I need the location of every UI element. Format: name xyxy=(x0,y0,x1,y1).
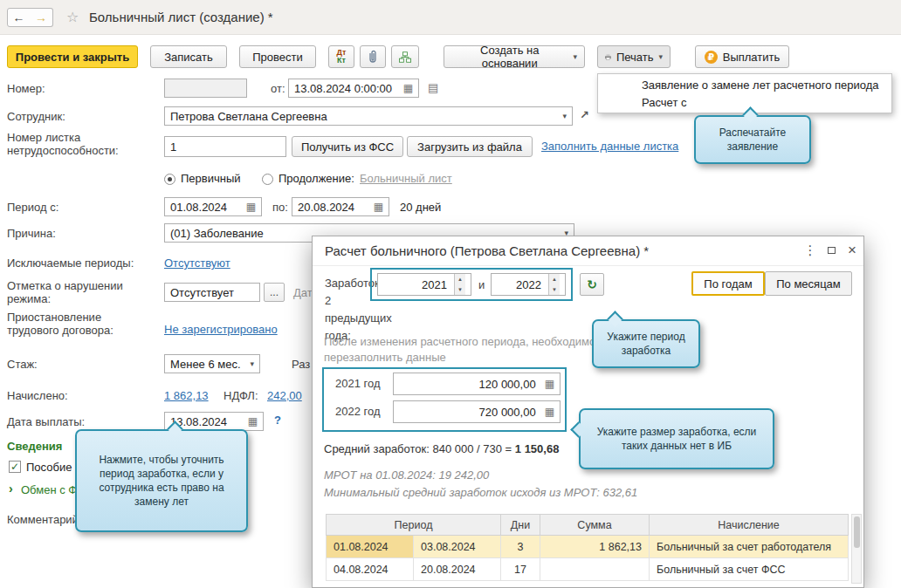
cell-accrual[interactable]: Больничный за счет ФСС xyxy=(650,558,849,581)
scrollbar-track[interactable] xyxy=(851,514,862,584)
post-and-close-label: Провести и закрыть xyxy=(16,51,129,64)
menu-item-calculation[interactable]: Расчет с xyxy=(598,94,891,112)
cell-period-to[interactable]: 03.08.2024 xyxy=(414,536,501,558)
calendar-icon[interactable]: ▦ xyxy=(243,202,256,212)
by-years-label: По годам xyxy=(704,277,752,291)
number-input[interactable] xyxy=(164,79,247,98)
table-header-row: Период Дни Сумма Начисление xyxy=(327,515,849,536)
year-to-spinner[interactable]: 2022 ▲▼ xyxy=(491,273,566,296)
more-button[interactable]: ⋮ xyxy=(801,242,819,259)
benefit-checkbox[interactable]: ✓ xyxy=(9,461,21,473)
get-from-fss-button[interactable]: Получить из ФСС xyxy=(292,136,403,157)
write-button[interactable]: Записать xyxy=(150,45,227,68)
close-button[interactable]: × xyxy=(843,242,861,259)
column-header-period[interactable]: Период xyxy=(327,515,501,536)
spin-down-icon[interactable]: ▼ xyxy=(549,284,560,295)
related-documents-button[interactable] xyxy=(391,45,419,68)
printer-icon xyxy=(605,51,611,63)
mrot-text-2: Минимальный средний заработок исходя из … xyxy=(324,486,637,499)
dt-kt-button[interactable]: Дт Кт xyxy=(328,45,354,68)
cell-period-to[interactable]: 20.08.2024 xyxy=(414,558,501,581)
sick-list-link[interactable]: Больничный лист xyxy=(360,172,452,185)
benefit-label[interactable]: Пособие xyxy=(26,461,72,474)
ndfl-link[interactable]: 242,00 xyxy=(267,389,302,402)
doc-date-input[interactable]: 13.08.2024 0:00:00 ▦ xyxy=(288,79,419,98)
reason-label: Причина: xyxy=(7,227,56,240)
earnings-2021-input[interactable]: 120 000,00 ▦ xyxy=(393,373,561,395)
violation-select[interactable]: Отсутствует xyxy=(164,283,260,302)
spin-up-icon[interactable]: ▲ xyxy=(549,274,560,284)
and-label: и xyxy=(478,278,485,291)
load-from-file-button[interactable]: Загрузить из файла xyxy=(407,136,533,157)
calendar-icon[interactable]: ▦ xyxy=(244,416,258,427)
primary-radio-label[interactable]: Первичный xyxy=(181,172,241,185)
column-header-accrual[interactable]: Начисление xyxy=(650,515,849,536)
pay-button[interactable]: ₽ Выплатить xyxy=(695,45,789,68)
period-to-input[interactable]: 20.08.2024 ▦ xyxy=(292,197,389,216)
cell-sum[interactable] xyxy=(540,558,650,581)
select-from-list-icon[interactable]: ▤ xyxy=(428,81,438,94)
spin-down-icon[interactable]: ▼ xyxy=(455,284,465,295)
favorite-star-icon[interactable]: ☆ xyxy=(66,9,79,25)
column-header-days[interactable]: Дни xyxy=(501,515,540,536)
cell-days[interactable]: 17 xyxy=(501,558,540,581)
attach-button[interactable] xyxy=(360,45,386,68)
accrued-link[interactable]: 1 862,13 xyxy=(164,389,209,402)
period-from-input[interactable]: 01.08.2024 ▦ xyxy=(164,197,262,216)
by-months-toggle[interactable]: По месяцам xyxy=(765,271,852,296)
spin-up-icon[interactable]: ▲ xyxy=(455,274,465,284)
seniority-select[interactable]: Менее 6 мес. ▾ xyxy=(164,354,260,373)
continuation-radio[interactable] xyxy=(262,174,273,185)
primary-radio[interactable] xyxy=(164,174,175,185)
scrollbar-thumb[interactable] xyxy=(854,516,860,548)
structure-icon xyxy=(399,51,411,64)
by-years-toggle[interactable]: По годам xyxy=(691,271,765,296)
calendar-icon[interactable]: ▦ xyxy=(400,83,413,93)
refresh-button[interactable]: ↻ xyxy=(580,273,604,296)
create-based-on-button[interactable]: Создать на основании ▾ xyxy=(444,45,585,68)
suspension-link[interactable]: Не зарегистрировано xyxy=(164,323,278,336)
table-row[interactable]: 01.08.2024 03.08.2024 3 1 862,13 Больнич… xyxy=(327,536,849,558)
maximize-icon xyxy=(828,247,836,254)
chevron-down-icon[interactable]: ▾ xyxy=(559,112,567,120)
menu-item-statement[interactable]: Заявление о замене лет расчетного период… xyxy=(598,77,891,94)
dialog-title: Расчет больничного (Петрова Светлана Сер… xyxy=(325,243,649,258)
post-button[interactable]: Провести xyxy=(239,45,316,68)
post-and-close-button[interactable]: Провести и закрыть xyxy=(7,45,138,68)
calendar-icon[interactable]: ▦ xyxy=(370,202,383,212)
excluded-link[interactable]: Отсутствуют xyxy=(164,256,230,270)
violation-more-button[interactable]: ... xyxy=(264,283,285,302)
sick-number-input[interactable]: 1 xyxy=(164,136,286,157)
cell-period-from[interactable]: 01.08.2024 xyxy=(327,536,414,558)
cell-accrual[interactable]: Больничный за счет работодателя xyxy=(650,536,849,558)
ruble-icon: ₽ xyxy=(705,51,718,64)
doc-date-value: 13.08.2024 0:00:00 xyxy=(294,82,392,95)
table-row[interactable]: 04.08.2024 20.08.2024 17 Больничный за с… xyxy=(327,558,849,581)
chevron-down-icon[interactable]: ▾ xyxy=(246,359,254,368)
calculator-icon[interactable]: ▦ xyxy=(541,379,554,389)
cell-period-from[interactable]: 04.08.2024 xyxy=(327,558,414,581)
column-header-sum[interactable]: Сумма xyxy=(540,515,650,536)
cell-sum[interactable]: 1 862,13 xyxy=(540,536,650,558)
paperclip-icon xyxy=(368,50,378,64)
comment-label: Комментарий: xyxy=(7,513,82,526)
period-from-value: 01.08.2024 xyxy=(170,201,227,214)
employee-input[interactable]: Петрова Светлана Сергеевна ▾ xyxy=(164,106,573,126)
excluded-label: Исключаемые периоды: xyxy=(7,256,134,270)
info-section-header[interactable]: Сведения xyxy=(7,440,62,453)
help-icon[interactable]: ? xyxy=(274,414,281,427)
fill-sheet-link[interactable]: Заполнить данные листка xyxy=(541,140,678,153)
create-based-on-label: Создать на основании xyxy=(451,44,567,70)
open-icon[interactable]: ↗ xyxy=(580,108,589,121)
cell-days[interactable]: 3 xyxy=(501,536,540,558)
nav-forward-button[interactable]: → xyxy=(30,8,53,27)
earnings-2022-input[interactable]: 720 000,00 ▦ xyxy=(393,400,561,423)
year-from-spinner[interactable]: 2021 ▲▼ xyxy=(377,273,471,296)
expander-icon[interactable]: › xyxy=(9,482,13,496)
nav-back-button[interactable]: ← xyxy=(7,8,31,27)
calculator-icon[interactable]: ▦ xyxy=(541,407,554,417)
pay-label: Выплатить xyxy=(723,51,781,64)
continuation-radio-label[interactable]: Продолжение: xyxy=(279,172,354,185)
print-button[interactable]: Печать ▾ xyxy=(597,45,671,68)
maximize-button[interactable] xyxy=(822,242,840,259)
